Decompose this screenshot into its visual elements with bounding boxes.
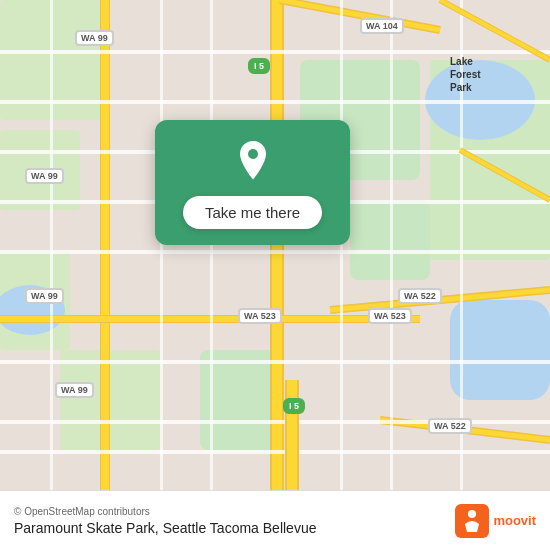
svg-rect-34 bbox=[160, 0, 163, 490]
bottom-info: © OpenStreetMap contributors Paramount S… bbox=[14, 506, 316, 536]
route-badge-i5-1: I 5 bbox=[248, 58, 270, 74]
svg-rect-30 bbox=[0, 360, 550, 364]
map-container: WA 99 WA 99 WA 99 WA 99 WA 104 WA 522 WA… bbox=[0, 0, 550, 490]
svg-rect-32 bbox=[0, 450, 550, 454]
svg-rect-29 bbox=[0, 250, 550, 254]
svg-rect-36 bbox=[340, 0, 343, 490]
route-badge-wa99-2: WA 99 bbox=[25, 168, 64, 184]
moovit-logo: moovit bbox=[455, 504, 536, 538]
svg-rect-26 bbox=[0, 100, 550, 104]
map-card: Take me there bbox=[155, 120, 350, 245]
route-badge-wa99-3: WA 99 bbox=[25, 288, 64, 304]
svg-rect-35 bbox=[210, 0, 213, 490]
route-badge-wa523-2: WA 523 bbox=[368, 308, 412, 324]
svg-rect-14 bbox=[272, 0, 282, 490]
route-badge-i5-2: I 5 bbox=[283, 398, 305, 414]
svg-rect-16 bbox=[101, 0, 109, 490]
moovit-icon bbox=[455, 504, 489, 538]
lake-forest-park-label: LakeForestPark bbox=[450, 55, 481, 94]
bottom-bar: © OpenStreetMap contributors Paramount S… bbox=[0, 490, 550, 550]
route-badge-wa104: WA 104 bbox=[360, 18, 404, 34]
svg-rect-33 bbox=[50, 0, 53, 490]
svg-point-45 bbox=[248, 149, 258, 159]
location-pin-icon bbox=[229, 138, 277, 186]
osm-attribution: © OpenStreetMap contributors bbox=[14, 506, 316, 517]
route-badge-wa99-1: WA 99 bbox=[75, 30, 114, 46]
moovit-label: moovit bbox=[493, 513, 536, 528]
take-me-there-button[interactable]: Take me there bbox=[183, 196, 322, 229]
svg-rect-12 bbox=[450, 300, 550, 400]
svg-rect-40 bbox=[287, 380, 297, 490]
route-badge-wa522-1: WA 522 bbox=[398, 288, 442, 304]
location-name: Paramount Skate Park, Seattle Tacoma Bel… bbox=[14, 520, 316, 536]
svg-rect-37 bbox=[390, 0, 393, 490]
svg-point-47 bbox=[468, 510, 476, 518]
route-badge-wa522-2: WA 522 bbox=[428, 418, 472, 434]
svg-rect-25 bbox=[0, 50, 550, 54]
route-badge-wa99-4: WA 99 bbox=[55, 382, 94, 398]
route-badge-wa523-1: WA 523 bbox=[238, 308, 282, 324]
